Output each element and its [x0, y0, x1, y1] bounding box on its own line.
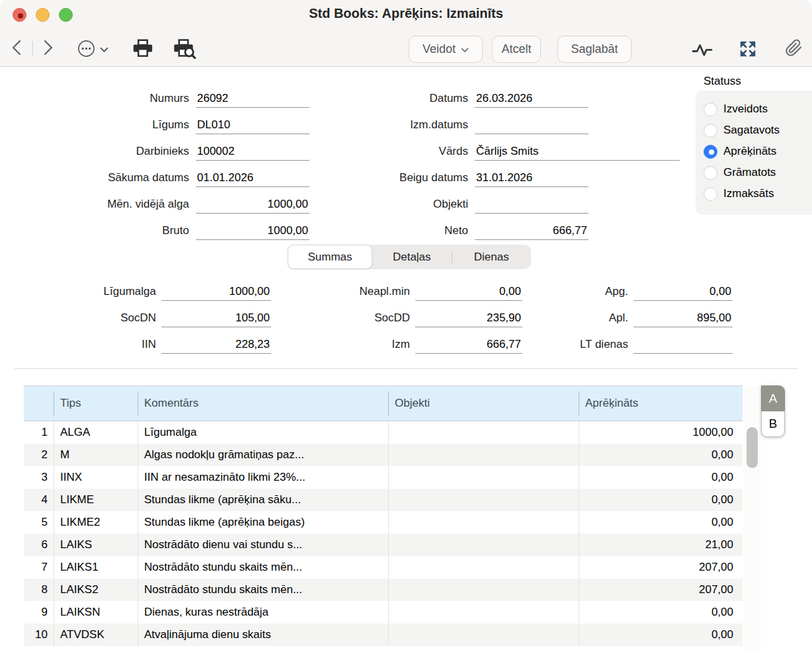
header-komentars[interactable]: Komentārs [138, 391, 388, 415]
table-row[interactable]: 3 IINX IIN ar nesamazināto likmi 23%... … [24, 466, 743, 489]
komentars-cell[interactable]: Nostrādāto dienu vai stundu s... [138, 534, 388, 556]
tips-cell[interactable]: LAIKS2 [54, 579, 138, 601]
aprekinats-cell[interactable]: 207,00 [579, 579, 743, 601]
komentars-cell[interactable]: Algas nodokļu grāmatiņas paz... [138, 444, 388, 466]
atcelt-button[interactable]: Atcelt [492, 36, 541, 63]
komentars-cell[interactable]: Līgumalga [138, 421, 388, 444]
aprekinats-cell[interactable]: 207,00 [579, 556, 743, 579]
header-row-number[interactable] [24, 391, 54, 415]
header-tips[interactable]: Tips [54, 391, 138, 415]
print-button[interactable] [132, 38, 154, 60]
izm-input[interactable] [415, 338, 522, 354]
header-aprekinats[interactable]: Aprēķināts [579, 391, 743, 415]
ligums-input[interactable] [196, 118, 309, 134]
objekti-input[interactable] [475, 198, 589, 214]
darbinieks-input[interactable] [196, 145, 309, 161]
socdd-input[interactable] [415, 311, 522, 327]
tips-cell[interactable]: LAIKS1 [54, 556, 138, 579]
socdn-input[interactable] [161, 311, 271, 327]
status-option-sagatavots[interactable]: Sagatavots [704, 120, 812, 141]
aprekinats-cell[interactable]: 0,00 [579, 489, 743, 511]
neapl-min-input[interactable] [415, 285, 522, 301]
radio-icon[interactable] [704, 102, 717, 116]
tips-cell[interactable]: IINX [54, 466, 138, 489]
table-row[interactable]: 9 LAIKSN Dienas, kuras nestrādāja 0,00 [24, 601, 743, 624]
datums-input[interactable] [475, 92, 589, 108]
objekti-cell[interactable] [388, 466, 579, 489]
komentars-cell[interactable]: Atvaļinājuma dienu skaits [138, 624, 388, 646]
table-row[interactable]: 6 LAIKS Nostrādāto dienu vai stundu s...… [24, 534, 743, 556]
status-option-gramatots[interactable]: Grāmatots [704, 162, 812, 183]
print-preview-button[interactable] [172, 38, 198, 61]
sakuma-datums-input[interactable] [196, 171, 309, 187]
tips-cell[interactable]: ATVDSK [54, 624, 138, 646]
apl-input[interactable] [633, 311, 733, 327]
lt-dienas-input[interactable] [633, 338, 733, 354]
komentars-cell[interactable]: Nostrādāto stundu skaits mēn... [138, 556, 388, 579]
aprekinats-cell[interactable]: 0,00 [579, 511, 743, 534]
aprekinats-cell[interactable]: 21,00 [579, 534, 743, 556]
aprekinats-cell[interactable]: 0,00 [579, 624, 743, 646]
vertical-scrollbar-thumb[interactable] [747, 427, 758, 468]
tips-cell[interactable]: ALGA [54, 421, 138, 444]
tab-dienas[interactable]: Dienas [452, 245, 532, 269]
komentars-cell[interactable]: Dienas, kuras nestrādāja [138, 601, 388, 624]
objekti-cell[interactable] [388, 579, 579, 601]
apg-input[interactable] [633, 285, 733, 301]
radio-icon[interactable] [704, 166, 717, 180]
back-button[interactable] [10, 40, 24, 57]
forward-button[interactable] [40, 40, 55, 57]
side-tab-b[interactable]: B [761, 411, 785, 437]
objekti-cell[interactable] [388, 556, 579, 579]
aprekinats-cell[interactable]: 1000,00 [579, 421, 743, 444]
saglabat-button[interactable]: Saglabāt [557, 36, 631, 63]
tab-summas[interactable]: Summas [288, 245, 372, 269]
table-row[interactable]: 5 LIKME2 Stundas likme (aprēķina beigas)… [24, 511, 743, 534]
tab-detalas[interactable]: Detaļas [372, 245, 452, 269]
radio-icon[interactable] [704, 187, 717, 201]
numurs-input[interactable] [196, 92, 309, 108]
beigu-datums-input[interactable] [475, 171, 589, 187]
objekti-cell[interactable] [388, 489, 579, 511]
tips-cell[interactable]: LAIKS [54, 534, 138, 556]
ligumalga-input[interactable] [161, 285, 271, 301]
veidot-button[interactable]: Veidot [409, 36, 483, 63]
more-menu-button[interactable] [75, 40, 110, 60]
expand-button[interactable] [737, 39, 759, 60]
bruto-input[interactable] [196, 224, 309, 240]
komentars-cell[interactable]: Nostrādāto stundu skaits mēn... [138, 579, 388, 601]
komentars-cell[interactable]: Stundas likme (aprēķina beigas) [138, 511, 388, 534]
status-option-izmaksats[interactable]: Izmaksāts [704, 183, 812, 204]
radio-selected-icon[interactable] [704, 145, 717, 159]
komentars-cell[interactable]: IIN ar nesamazināto likmi 23%... [138, 466, 388, 489]
tips-cell[interactable]: LAIKSN [54, 601, 138, 624]
objekti-cell[interactable] [388, 421, 579, 444]
table-row[interactable]: 4 LIKME Stundas likme (aprēķina sāku... … [24, 489, 743, 511]
objekti-cell[interactable] [388, 511, 579, 534]
aprekinats-cell[interactable]: 0,00 [579, 444, 743, 466]
table-row[interactable]: 8 LAIKS2 Nostrādāto stundu skaits mēn...… [24, 579, 743, 601]
tips-cell[interactable]: LIKME [54, 489, 138, 511]
izm-datums-input[interactable] [475, 118, 589, 134]
side-tab-a[interactable]: A [761, 386, 785, 411]
men-videja-alga-input[interactable] [196, 198, 309, 214]
attachment-button[interactable] [783, 38, 804, 60]
objekti-cell[interactable] [388, 624, 579, 646]
table-row[interactable]: 2 M Algas nodokļu grāmatiņas paz... 0,00 [24, 444, 743, 466]
tips-cell[interactable]: M [54, 444, 138, 466]
table-row[interactable]: 7 LAIKS1 Nostrādāto stundu skaits mēn...… [24, 556, 743, 579]
tips-cell[interactable]: LIKME2 [54, 511, 138, 534]
neto-input[interactable] [475, 224, 589, 240]
aprekinats-cell[interactable]: 0,00 [579, 601, 743, 624]
aprekinats-cell[interactable]: 0,00 [579, 466, 743, 489]
objekti-cell[interactable] [388, 601, 579, 624]
status-option-izveidots[interactable]: Izveidots [704, 99, 812, 120]
table-row[interactable]: 1 ALGA Līgumalga 1000,00 [24, 421, 743, 444]
iin-input[interactable] [161, 338, 271, 354]
objekti-cell[interactable] [388, 444, 579, 466]
status-option-aprekinats[interactable]: Aprēķināts [704, 141, 812, 162]
activity-button[interactable] [690, 40, 714, 60]
radio-icon[interactable] [704, 124, 717, 138]
objekti-cell[interactable] [388, 534, 579, 556]
vards-input[interactable] [475, 145, 680, 161]
